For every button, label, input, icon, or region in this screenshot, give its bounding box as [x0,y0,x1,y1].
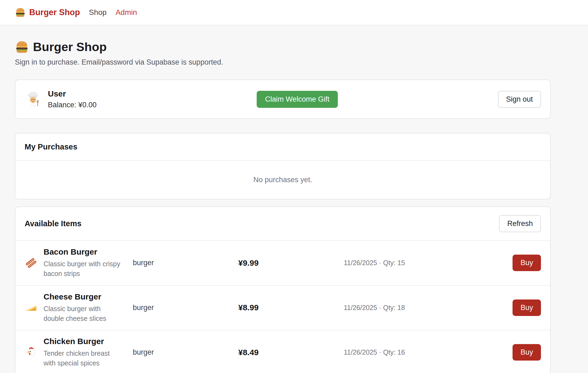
item-category: burger [133,259,238,267]
buy-button[interactable]: Buy [513,255,541,271]
item-name: Cheese Burger [44,292,133,301]
item-text: Chicken Burger Tender chicken breast wit… [44,337,133,368]
available-items-card: Available Items Refresh Bacon Burger Cla… [15,207,551,373]
items-title: Available Items [25,219,81,228]
item-row: Bacon Burger Classic burger with crispy … [15,240,550,285]
item-category: burger [133,348,238,357]
user-card: User Balance: ¥0.00 Claim Welcome Gift S… [15,79,551,119]
item-name: Bacon Burger [44,247,133,257]
purchases-header: My Purchases [15,134,550,160]
chicken-icon [25,346,44,359]
claim-welcome-gift-button[interactable]: Claim Welcome Gift [257,91,338,108]
user-name: User [48,89,97,98]
buy-button[interactable]: Buy [513,344,541,361]
item-description: Classic burger with double cheese slices [44,304,129,324]
item-date-qty: 11/26/2025 · Qty: 18 [344,304,513,312]
item-row: Chicken Burger Tender chicken breast wit… [15,330,550,373]
item-name: Chicken Burger [44,337,133,346]
user-info: User Balance: ¥0.00 [25,89,97,109]
item-date-qty: 11/26/2025 · Qty: 15 [344,259,513,267]
brand-label: Burger Shop [29,8,80,17]
sign-out-button[interactable]: Sign out [498,91,541,108]
buy-button[interactable]: Buy [513,299,541,316]
bacon-icon [25,257,44,269]
item-price: ¥9.99 [238,258,344,268]
burger-icon [15,40,29,54]
purchases-title: My Purchases [25,142,77,151]
nav-link-admin[interactable]: Admin [115,8,137,17]
brand-link[interactable]: Burger Shop [15,7,80,18]
item-description: Tender chicken breast with special spice… [44,348,129,368]
refresh-button[interactable]: Refresh [499,215,541,232]
user-balance: Balance: ¥0.00 [48,101,97,109]
user-text: User Balance: ¥0.00 [48,89,97,109]
item-category: burger [133,304,238,312]
my-purchases-card: My Purchases No purchases yet. [15,133,551,199]
item-text: Bacon Burger Classic burger with crispy … [44,247,133,279]
item-price: ¥8.99 [238,303,344,312]
burger-icon [15,7,26,18]
page-subtitle: Sign in to purchase. Email/password via … [15,58,551,66]
cheese-icon [25,301,44,314]
page-title-text: Burger Shop [33,40,107,54]
page-title: Burger Shop [15,40,551,54]
items-list: Bacon Burger Classic burger with crispy … [15,240,550,373]
top-nav: Burger Shop Shop Admin [0,0,588,25]
items-header: Available Items Refresh [15,207,550,240]
item-price: ¥8.49 [238,348,344,357]
purchases-empty-state: No purchases yet. [15,161,550,199]
item-date-qty: 11/26/2025 · Qty: 16 [344,348,513,356]
nav-link-shop[interactable]: Shop [89,8,107,17]
chef-icon [25,91,41,108]
item-description: Classic burger with crispy bacon strips [44,259,129,279]
item-text: Cheese Burger Classic burger with double… [44,292,133,324]
item-row: Cheese Burger Classic burger with double… [15,285,550,330]
main-content: Burger Shop Sign in to purchase. Email/p… [15,40,551,373]
